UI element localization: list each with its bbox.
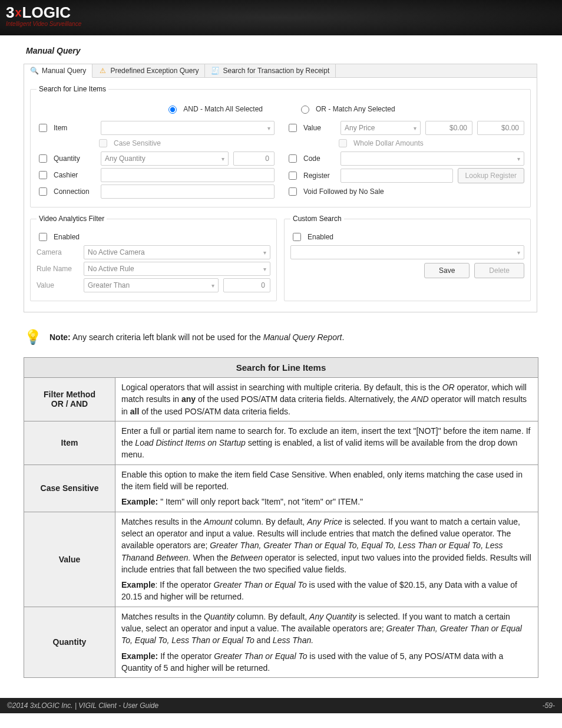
btn-delete[interactable]: Delete <box>474 263 524 278</box>
radio-and-label: AND - Match All Selected <box>183 105 263 113</box>
chk-void-no-sale[interactable] <box>289 187 297 196</box>
dd-code[interactable] <box>340 151 524 166</box>
btn-save-label: Save <box>439 266 455 275</box>
dd-value[interactable]: Any Price <box>340 121 421 135</box>
chk-va-enabled[interactable] <box>39 233 47 241</box>
chk-quantity[interactable] <box>39 154 47 163</box>
table-row: Item Enter a full or partial item name t… <box>24 421 538 465</box>
key-line1: Filter Method <box>44 390 95 399</box>
note-body: Any search criteria left blank will not … <box>71 332 263 342</box>
lbl-camera: Camera <box>37 248 79 256</box>
radio-or[interactable]: OR - Match Any Selected <box>298 104 395 114</box>
dd-rule-val: No Active Rule <box>88 265 134 273</box>
radio-or-input[interactable] <box>301 106 309 114</box>
dd-rule[interactable]: No Active Rule <box>84 262 270 276</box>
tab-predefined-exception[interactable]: ⚠ Predefined Exception Query <box>92 64 205 77</box>
chk-whole-dollar[interactable] <box>339 139 347 147</box>
tab-manual-query[interactable]: 🔍 Manual Query <box>24 64 92 78</box>
cs-p1: Enable this option to make the item fiel… <box>121 469 532 493</box>
chk-cs-enabled[interactable] <box>293 233 301 241</box>
txt-quantity-value[interactable]: 0 <box>233 151 275 166</box>
footer-left: ©2014 3xLOGIC Inc. | VIGIL Client - User… <box>7 701 158 710</box>
tab-strip: 🔍 Manual Query ⚠ Predefined Exception Qu… <box>24 64 537 78</box>
chk-item[interactable] <box>39 124 47 132</box>
radio-and-input[interactable] <box>168 106 177 114</box>
table-row: Case Sensitive Enable this option to mak… <box>24 465 538 512</box>
val-item: Enter a full or partial item name to sea… <box>115 421 538 465</box>
table-row: Value Matches results in the Amount colu… <box>24 512 538 607</box>
brand-logo: 3xLOGIC <box>6 4 556 22</box>
btn-lookup-register[interactable]: Lookup Register <box>458 168 524 183</box>
q-p1: Matches results in the Quantity column. … <box>121 611 532 647</box>
note-italic: Manual Query Report <box>263 332 342 342</box>
lbl-whole-dollar: Whole Dollar Amounts <box>353 139 424 147</box>
receipt-icon: 🧾 <box>211 67 219 75</box>
chk-case-sensitive[interactable] <box>99 139 107 147</box>
lbl-case-sensitive: Case Sensitive <box>114 139 161 147</box>
section-title: Manual Query <box>26 46 538 55</box>
radio-or-label: OR - Match Any Selected <box>316 105 395 113</box>
group-video-analytics: Video Analytics Filter Enabled Camera No… <box>30 215 277 301</box>
txt-quantity-num: 0 <box>265 154 269 163</box>
chk-value[interactable] <box>289 124 297 132</box>
table-row: Quantity Matches results in the Quantity… <box>24 607 538 677</box>
chk-code[interactable] <box>289 154 297 163</box>
val-quantity: Matches results in the Quantity column. … <box>115 607 538 677</box>
money2: $0.00 <box>501 124 519 132</box>
q-p2: Example: If the operator Greater Than or… <box>121 650 532 674</box>
btn-save[interactable]: Save <box>424 263 470 278</box>
lbl-rule-name: Rule Name <box>37 265 79 273</box>
page-content: Manual Query 🔍 Manual Query ⚠ Predefined… <box>0 35 562 684</box>
left-column: Item Case Sensitive Quantity An <box>37 118 275 201</box>
lbl-value: Value <box>303 124 336 132</box>
lbl-va-value: Value <box>37 281 79 289</box>
lbl-item: Item <box>54 124 96 132</box>
txt-value-max[interactable]: $0.00 <box>477 121 524 135</box>
txt-cashier[interactable] <box>101 168 275 182</box>
page-footer: ©2014 3xLOGIC Inc. | VIGIL Client - User… <box>0 698 562 713</box>
v-p2: Example: If the operator Greater Than or… <box>121 579 532 603</box>
tab-search-receipt[interactable]: 🧾 Search for Transaction by Receipt <box>205 64 336 77</box>
txt-connection[interactable] <box>101 185 275 199</box>
dd-quantity-value: Any Quantity <box>105 154 146 163</box>
logo-text2: LOGIC <box>22 4 71 21</box>
dd-quantity[interactable]: Any Quantity <box>101 151 229 166</box>
v-p1: Matches results in the Amount column. By… <box>121 516 532 575</box>
logo-text: 3 <box>6 4 14 21</box>
key-quantity: Quantity <box>24 607 115 677</box>
table-row: Filter Method OR / AND Logical operators… <box>24 378 538 421</box>
txt-register[interactable] <box>340 169 453 183</box>
chk-cashier[interactable] <box>39 171 47 179</box>
radio-and[interactable]: AND - Match All Selected <box>166 104 263 114</box>
table-header: Search for Line Items <box>24 358 538 378</box>
lbl-void-no-sale: Void Followed by No Sale <box>303 187 384 196</box>
search-icon: 🔍 <box>30 67 38 75</box>
txt-value-min[interactable]: $0.00 <box>425 121 472 135</box>
note-row: 💡 Note: Any search criteria left blank w… <box>24 328 538 347</box>
chk-register[interactable] <box>289 172 297 180</box>
right-column: Value Any Price $0.00 $0.00 Whole Dollar… <box>286 118 524 201</box>
lbl-quantity: Quantity <box>54 154 96 163</box>
note-text: Note: Any search criteria left blank wil… <box>49 332 344 342</box>
dd-va-value[interactable]: Greater Than <box>84 278 219 292</box>
dd-custom-search[interactable] <box>290 245 524 259</box>
money1: $0.00 <box>449 124 467 132</box>
dd-camera[interactable]: No Active Camera <box>84 245 270 259</box>
dd-camera-val: No Active Camera <box>88 248 145 256</box>
lbl-cs-enabled: Enabled <box>308 233 333 241</box>
group-legend-va: Video Analytics Filter <box>37 215 107 223</box>
reference-table: Search for Line Items Filter Method OR /… <box>24 357 538 678</box>
txt-va-value[interactable]: 0 <box>223 278 270 292</box>
dialog-body: Search for Line Items AND - Match All Se… <box>24 78 537 312</box>
val-value: Matches results in the Amount column. By… <box>115 512 538 607</box>
chk-connection[interactable] <box>39 187 47 196</box>
va-zero: 0 <box>261 281 265 289</box>
val-filter-method: Logical operators that will assist in se… <box>115 378 538 421</box>
key-case-sensitive: Case Sensitive <box>24 465 115 512</box>
group-search-line-items: Search for Line Items AND - Match All Se… <box>30 85 531 207</box>
dd-item[interactable] <box>101 121 275 135</box>
group-custom-search: Custom Search Enabled Save Delete <box>284 215 531 301</box>
group-legend-cs: Custom Search <box>290 215 344 223</box>
cs-p2: Example: " Item" will only report back "… <box>121 496 532 508</box>
note-tail: . <box>342 332 344 342</box>
